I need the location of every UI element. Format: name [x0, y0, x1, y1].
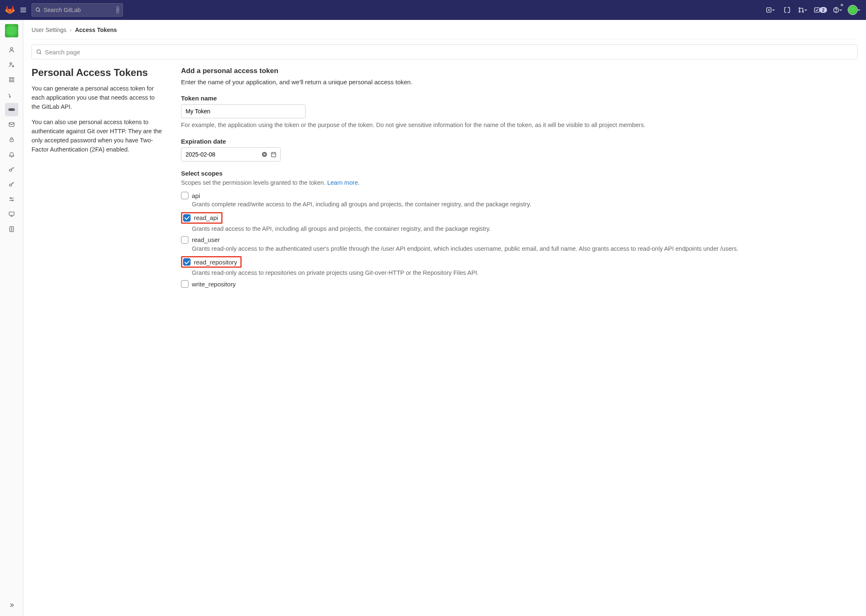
scope-item-read_api: read_apiGrants read access to the API, i…: [181, 212, 858, 233]
help-dropdown[interactable]: [833, 4, 843, 16]
search-shortcut-key: /: [116, 6, 119, 14]
scopes-label: Select scopes: [181, 170, 858, 177]
sliders-icon: [8, 196, 15, 203]
page-search[interactable]: [32, 44, 858, 59]
sidebar-item-authentication-log[interactable]: [5, 222, 18, 236]
chevron-down-icon: [804, 8, 808, 12]
expiration-input-wrap[interactable]: [181, 147, 281, 161]
scopes-desc: Scopes set the permission levels granted…: [181, 179, 858, 186]
token-name-input[interactable]: [181, 104, 306, 118]
page-search-input[interactable]: [45, 49, 853, 56]
scope-highlight: read_repository: [181, 256, 242, 268]
svg-point-9: [799, 11, 800, 12]
scope-highlight: read_api: [181, 212, 223, 224]
sidebar-item-emails[interactable]: [5, 118, 18, 131]
svg-rect-43: [272, 153, 276, 157]
svg-rect-11: [815, 8, 820, 12]
scope-checkbox-write_repository[interactable]: [181, 280, 188, 288]
svg-point-8: [799, 7, 800, 9]
sidebar-item-access-tokens[interactable]: [5, 103, 18, 116]
token-name-label: Token name: [181, 95, 858, 102]
svg-rect-20: [12, 80, 14, 82]
svg-point-22: [10, 109, 11, 110]
scope-checkbox-read_user[interactable]: [181, 236, 188, 244]
svg-point-30: [10, 198, 11, 199]
ellipsis-icon: [8, 106, 15, 113]
sidebar-item-profile[interactable]: [5, 43, 18, 56]
issues-link[interactable]: [781, 4, 793, 16]
sidebar-item-chat[interactable]: [5, 88, 18, 101]
gitlab-logo[interactable]: [5, 5, 15, 15]
expiration-input[interactable]: [186, 151, 259, 158]
scope-name-label: api: [192, 192, 200, 199]
user-avatar: [848, 5, 858, 15]
scope-item-read_repository: read_repositoryGrants read-only access t…: [181, 256, 858, 277]
svg-point-23: [11, 109, 12, 110]
mail-icon: [8, 121, 15, 128]
user-menu-dropdown[interactable]: [848, 4, 861, 16]
sidebar-item-applications[interactable]: [5, 73, 18, 86]
scope-checkbox-read_api[interactable]: [183, 214, 191, 222]
merge-requests-dropdown[interactable]: [798, 4, 808, 16]
chat-icon: [8, 91, 15, 98]
sidebar-item-preferences[interactable]: [5, 193, 18, 206]
sidebar-item-password[interactable]: [5, 133, 18, 146]
breadcrumb-current: Access Tokens: [75, 27, 117, 33]
topbar: / 2: [0, 0, 866, 20]
svg-point-27: [9, 169, 11, 171]
scope-name-label: read_repository: [194, 259, 237, 266]
scope-item-read_user: read_userGrants read-only access to the …: [181, 236, 858, 253]
scope-checkbox-read_repository[interactable]: [183, 258, 191, 266]
apps-icon: [8, 76, 15, 83]
scope-item-api: apiGrants complete read/write access to …: [181, 192, 858, 208]
scope-name-label: write_repository: [192, 281, 236, 288]
scopes-learn-more-link[interactable]: Learn more.: [327, 179, 360, 186]
svg-line-4: [39, 11, 40, 12]
search-icon: [35, 7, 41, 13]
clear-date-icon[interactable]: [261, 151, 268, 158]
hamburger-icon[interactable]: [18, 5, 28, 15]
svg-rect-18: [12, 78, 14, 79]
page-title: Personal Access Tokens: [32, 67, 164, 78]
sidebar-item-notifications[interactable]: [5, 148, 18, 161]
scope-name-label: read_api: [194, 214, 218, 221]
scope-description: Grants read-only access to repositories …: [192, 269, 858, 277]
sidebar-item-account[interactable]: [5, 58, 18, 71]
sidebar-user-avatar[interactable]: [5, 24, 18, 37]
svg-point-24: [12, 109, 13, 110]
page-description-1: You can generate a personal access token…: [32, 84, 164, 111]
svg-line-41: [40, 53, 41, 54]
svg-point-40: [37, 49, 41, 53]
main-content: User Settings › Access Tokens Personal A…: [23, 20, 866, 616]
svg-point-13: [836, 11, 836, 12]
lock-icon: [8, 136, 15, 143]
sidebar-collapse-toggle[interactable]: [5, 599, 18, 612]
person-gear-icon: [8, 61, 15, 68]
svg-rect-19: [9, 80, 11, 82]
svg-point-16: [12, 66, 13, 67]
svg-point-32: [12, 200, 13, 201]
sidebar-nav: [0, 20, 23, 616]
scope-checkbox-api[interactable]: [181, 192, 188, 199]
sidebar-item-ssh-keys[interactable]: [5, 163, 18, 176]
expiration-label: Expiration date: [181, 138, 858, 145]
create-new-dropdown[interactable]: [765, 4, 776, 16]
global-search[interactable]: /: [32, 3, 123, 17]
global-search-input[interactable]: [44, 7, 116, 13]
svg-point-14: [10, 48, 12, 50]
help-notif-dot: [840, 3, 844, 7]
bell-icon: [8, 151, 15, 158]
sidebar-item-active-sessions[interactable]: [5, 208, 18, 221]
scope-name-label: read_user: [192, 236, 220, 243]
svg-rect-33: [9, 212, 14, 215]
calendar-icon[interactable]: [270, 151, 277, 158]
svg-rect-17: [9, 78, 11, 79]
key-icon: [8, 181, 15, 188]
svg-point-15: [10, 63, 12, 65]
form-section-desc: Enter the name of your application, and …: [181, 78, 858, 87]
scope-description: Grants complete read/write access to the…: [192, 200, 858, 208]
search-icon: [36, 49, 42, 55]
todos-link[interactable]: 2: [813, 4, 828, 16]
sidebar-item-gpg-keys[interactable]: [5, 178, 18, 191]
breadcrumb-parent[interactable]: User Settings: [32, 27, 66, 33]
